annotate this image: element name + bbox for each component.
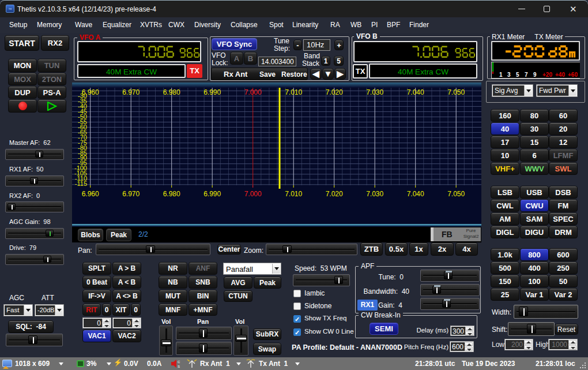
svg-text:7.010: 7.010	[285, 88, 302, 96]
svg-text:6.960: 6.960	[82, 190, 99, 198]
svg-text:7.050: 7.050	[447, 88, 465, 96]
svg-text:7.020: 7.020	[326, 88, 343, 96]
svg-text:-115: -115	[75, 180, 87, 187]
svg-text:7.030: 7.030	[366, 190, 383, 198]
svg-text:6.990: 6.990	[203, 190, 221, 198]
svg-text:6.970: 6.970	[122, 190, 140, 198]
svg-text:7.030: 7.030	[366, 88, 383, 96]
svg-text:C: C	[178, 360, 180, 364]
svg-text:7.040: 7.040	[407, 88, 424, 96]
svg-text:6.980: 6.980	[163, 190, 180, 198]
svg-text:6.990: 6.990	[203, 88, 221, 96]
svg-text:6.970: 6.970	[122, 88, 140, 96]
svg-text:S: S	[178, 365, 180, 368]
svg-text:7.050: 7.050	[447, 190, 465, 198]
svg-text:7.040: 7.040	[407, 190, 424, 198]
svg-text:7.000: 7.000	[244, 190, 262, 198]
svg-text:6.980: 6.980	[163, 88, 180, 96]
svg-text:7.000: 7.000	[244, 88, 262, 96]
svg-text:7.020: 7.020	[326, 190, 343, 198]
svg-text:7.010: 7.010	[285, 190, 302, 198]
